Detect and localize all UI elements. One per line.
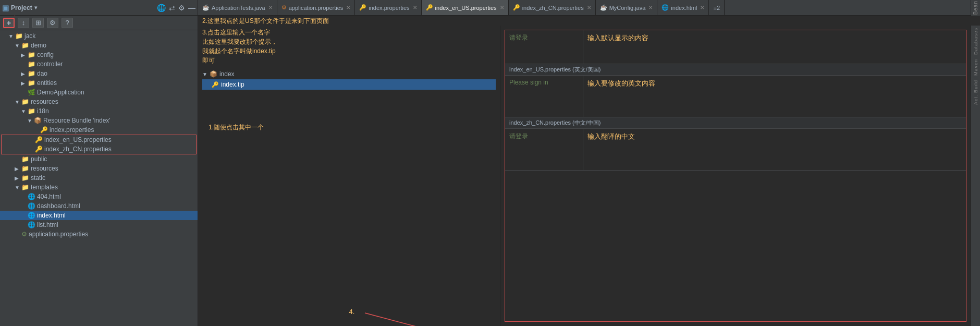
tab-index-zh-cn[interactable]: 🔑 index_zh_CN.properties ✕: [509, 0, 596, 15]
tree-item-public[interactable]: ▶ 📁 public: [0, 154, 198, 164]
globe-icon[interactable]: 🌐: [157, 4, 166, 12]
tab-application-properties[interactable]: ⚙ application.properties ✕: [277, 0, 356, 15]
act-build-label: Act. Build: [972, 78, 979, 107]
props-cn-section-header: index_zh_CN.properties (中文/中国): [505, 117, 966, 129]
right-sidebar: Bean: [971, 0, 980, 17]
sort-button[interactable]: ↕: [18, 18, 29, 28]
tree-item-dao[interactable]: ▶ 📁 dao: [0, 69, 198, 78]
tree-item-demoapplication[interactable]: ▶ 🌿 DemoApplication: [0, 88, 198, 97]
close-tab-3[interactable]: ✕: [500, 5, 504, 10]
idea-icon: ▣: [2, 4, 9, 12]
tree-item-config[interactable]: ▶ 📁 config: [0, 50, 198, 59]
left-editor-panel: 3.点击这里输入一个名字 比如这里我要改那个提示， 我就起个名字叫做index.…: [198, 26, 500, 326]
java-file-icon-2: ☕: [600, 4, 607, 11]
props-default-key: 请登录: [505, 30, 583, 64]
step2-annotation: 2.这里我点的是US那个文件于是来到下面页面: [198, 16, 980, 26]
index-bundle-icon: 📦: [210, 70, 217, 78]
html-icon-list: 🌐: [28, 221, 35, 228]
tab-index-en-us[interactable]: 🔑 index_en_US.properties ✕: [422, 0, 509, 15]
databases-label: Databases: [972, 26, 979, 57]
tree-item-index-en-us[interactable]: 🔑 index_en_US.properties: [2, 135, 196, 144]
tree-item-404[interactable]: ▶ 🌐 404.html: [0, 192, 198, 201]
project-sidebar: + ↕ ⊞: [0, 16, 198, 326]
expand-entities: ▶: [21, 80, 26, 86]
help-button[interactable]: ?: [62, 18, 73, 28]
tree-item-index-html[interactable]: ▶ 🌐 index.html: [0, 211, 198, 220]
editor-split: 3.点击这里输入一个名字 比如这里我要改那个提示， 我就起个名字叫做index.…: [198, 26, 980, 326]
step3-annotation: 3.点击这里输入一个名字 比如这里我要改那个提示， 我就起个名字叫做index.…: [198, 26, 500, 67]
props-cn-row: 请登录 输入翻译的中文: [505, 129, 966, 171]
close-tab-5[interactable]: ✕: [648, 5, 653, 10]
tree-item-dashboard[interactable]: ▶ 🌐 dashboard.html: [0, 201, 198, 211]
project-dropdown-arrow[interactable]: ▾: [34, 5, 37, 10]
close-tab-2[interactable]: ✕: [413, 5, 417, 10]
settings-icon: ⚙: [50, 19, 56, 27]
props-icon-en: 🔑: [35, 136, 43, 143]
tree-item-index-properties[interactable]: ▶ 🔑 index.properties: [0, 125, 198, 135]
tree-item-resources[interactable]: ▼ 📁 resources: [0, 97, 198, 106]
properties-panel: 请登录 输入默认显示的内容 index_en_US.properties (英文…: [505, 30, 966, 322]
tree-item-jack[interactable]: ▼ 📁 jack: [0, 31, 198, 41]
gear-icon[interactable]: ⚙: [178, 4, 185, 12]
props-icon-app: ⚙: [21, 231, 27, 238]
close-tab-4[interactable]: ✕: [587, 5, 591, 10]
bundle-icon: 📦: [34, 117, 42, 124]
tree-item-app-properties[interactable]: ▶ ⚙ application.properties: [0, 230, 198, 239]
props-file-icon-3: 🔑: [513, 4, 520, 11]
layout-button[interactable]: ⊞: [32, 18, 44, 28]
expand-index: ▼: [202, 71, 207, 77]
project-label: ▣ Project ▾: [2, 4, 37, 12]
props-file-icon-2: 🔑: [426, 4, 433, 11]
add-button[interactable]: +: [3, 18, 15, 28]
expand-config: ▶: [21, 52, 26, 58]
tab-application-tests[interactable]: ☕ ApplicationTests.java ✕: [198, 0, 277, 15]
props-en-key: Please sign in: [505, 76, 583, 117]
tree-item-controller[interactable]: ▶ 📁 controller: [0, 59, 198, 69]
index-tip-item[interactable]: 🔑 index.tip: [202, 79, 496, 90]
spring-icon: 🌿: [28, 89, 35, 96]
index-node[interactable]: ▼ 📦 index: [202, 69, 496, 79]
tab-more[interactable]: ≡2: [709, 0, 725, 15]
tree-item-resources2[interactable]: ▶ 📁 resources: [0, 164, 198, 173]
diff-icon[interactable]: ⇄: [169, 4, 175, 12]
tree-item-resource-bundle[interactable]: ▼ 📦 Resource Bundle 'index': [0, 116, 198, 125]
settings-button[interactable]: ⚙: [47, 18, 58, 28]
expand-dao: ▶: [21, 71, 26, 77]
expand-resources: ▼: [15, 99, 20, 105]
sidebar-toolbar: + ↕ ⊞: [0, 16, 198, 30]
minus-icon[interactable]: —: [188, 4, 195, 12]
close-tab-1[interactable]: ✕: [346, 5, 350, 10]
tab-index-properties[interactable]: 🔑 index.properties ✕: [355, 0, 421, 15]
folder-icon-controller: 📁: [28, 61, 35, 68]
props-en-row: Please sign in 输入要修改的英文内容: [505, 76, 966, 117]
props-default-row: 请登录 输入默认显示的内容: [505, 30, 966, 64]
project-section-header: ▣ Project ▾ 🌐 ⇄ ⚙ —: [0, 0, 198, 15]
right-panel-sidebar: Databases Maven Act. Build: [971, 26, 980, 326]
html-icon-dashboard: 🌐: [28, 202, 35, 210]
tree-item-demo[interactable]: ▼ 📁 demo: [0, 41, 198, 50]
folder-icon-resources: 📁: [21, 98, 29, 105]
tree-item-templates[interactable]: ▼ 📁 templates: [0, 183, 198, 192]
tree-item-index-zh-cn[interactable]: 🔑 index_zh_CN.properties: [2, 144, 196, 154]
tree-item-list[interactable]: ▶ 🌐 list.html: [0, 220, 198, 230]
tab-index-html[interactable]: 🌐 index.html ✕: [657, 0, 709, 15]
folder-icon-templates: 📁: [21, 184, 29, 191]
main-area: + ↕ ⊞: [0, 16, 980, 326]
step4-annotation: 4.: [349, 308, 355, 316]
sidebar-toolbar-icons: 🌐 ⇄ ⚙ —: [157, 4, 195, 12]
svg-line-1: [15, 16, 25, 16]
props-file-icon-0: ⚙: [281, 4, 287, 11]
close-tab-6[interactable]: ✕: [700, 5, 704, 10]
tree-item-entities[interactable]: ▶ 📁 entities: [0, 78, 198, 88]
html-icon-404: 🌐: [28, 193, 35, 200]
props-cn-key: 请登录: [505, 129, 583, 170]
tree-item-i18n[interactable]: ▼ 📁 i18n: [0, 106, 198, 116]
tab-myconfig[interactable]: ☕ MyConfig.java ✕: [596, 0, 658, 15]
folder-icon-dao: 📁: [28, 70, 35, 77]
index-tree-node: ▼ 📦 index 🔑 index.tip: [198, 67, 500, 92]
props-en-value: 输入要修改的英文内容: [583, 76, 966, 117]
highlighted-files-group: 🔑 index_en_US.properties 🔑 index_zh_CN.p…: [1, 135, 197, 154]
close-tab-0[interactable]: ✕: [268, 5, 273, 10]
tree-item-static[interactable]: ▶ 📁 static: [0, 173, 198, 183]
plus-icon: +: [7, 18, 11, 27]
